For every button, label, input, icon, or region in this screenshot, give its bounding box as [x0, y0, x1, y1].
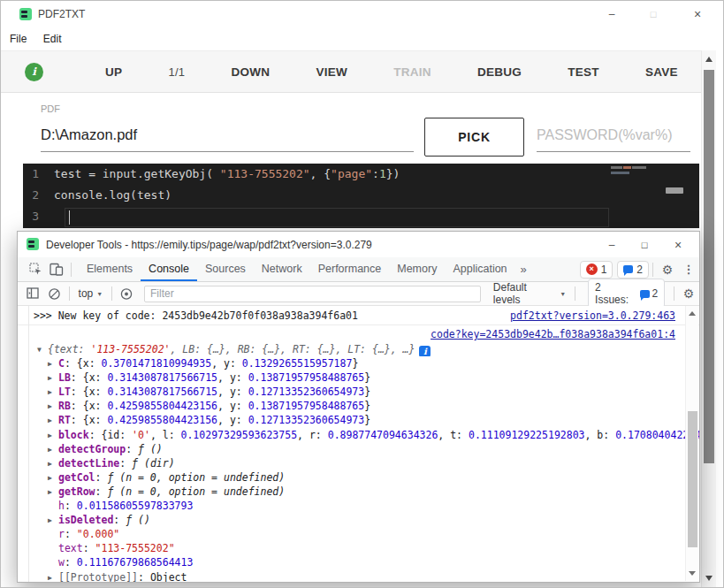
line-number: 3 — [23, 206, 54, 227]
console-tree-row-text[interactable]: text: "113-7555202" — [18, 541, 699, 555]
console-tree-row-lb[interactable]: ▶LB: {x: 0.3143087817566715, y: 0.138719… — [18, 370, 699, 385]
live-expression-eye-icon[interactable] — [116, 283, 137, 304]
pdf-path-input[interactable] — [41, 118, 414, 152]
console-tree-row-detectline[interactable]: ▶detectLine: ƒ (dir) — [18, 456, 699, 470]
pick-button[interactable]: PICK — [424, 118, 524, 157]
chevron-down-icon: ▼ — [96, 291, 103, 297]
chevron-down-icon: ▼ — [560, 291, 566, 297]
expand-arrow-icon[interactable]: ▶ — [48, 371, 58, 385]
tab-performance[interactable]: Performance — [310, 257, 390, 281]
expand-arrow-icon[interactable]: ▶ — [48, 485, 58, 499]
main-scrollbar-thumb[interactable] — [704, 70, 714, 463]
expand-arrow-icon[interactable]: ▶ — [48, 457, 58, 470]
toolbar-button-save[interactable]: SAVE — [645, 65, 678, 79]
code-editor[interactable]: 1test = input.getKeyObj( "113-7555202", … — [23, 164, 699, 228]
devtools-maximize-icon[interactable]: □ — [629, 232, 659, 258]
console-tree-row-h[interactable]: h: 0.01158605597833793 — [18, 499, 699, 513]
device-toolbar-icon[interactable] — [46, 259, 67, 280]
scroll-up-icon[interactable] — [705, 57, 713, 62]
console-tree-row-getcol[interactable]: ▶getCol: ƒ (n = 0, option = undefined) — [18, 470, 699, 485]
tab-application[interactable]: Application — [445, 257, 514, 281]
console-pane: >>> New key of code: 2453db9e42b70f0f038… — [18, 306, 699, 582]
error-badge[interactable]: × 1 — [580, 261, 613, 279]
console-tree-row-w[interactable]: w: 0.11167679868564413 — [18, 555, 699, 569]
console-tree-row-lt[interactable]: ▶LT: {x: 0.3143087817566715, y: 0.127133… — [18, 385, 699, 399]
collapse-arrow-icon[interactable]: ▼ — [37, 343, 48, 356]
toolbar-button-view[interactable]: VIEW — [316, 65, 347, 79]
maximize-icon[interactable]: □ — [638, 1, 668, 27]
scroll-up-icon[interactable] — [689, 311, 696, 316]
pdf-field-label: PDF — [41, 103, 60, 114]
scroll-down-icon[interactable] — [705, 576, 713, 581]
tab-console[interactable]: Console — [141, 257, 197, 281]
tab-network[interactable]: Network — [254, 257, 310, 281]
expand-arrow-icon[interactable]: ▶ — [48, 571, 58, 583]
toolbar-button-debug[interactable]: DEBUG — [477, 65, 522, 79]
property-key: getCol — [58, 471, 95, 484]
console-sidebar-icon[interactable] — [23, 283, 44, 304]
toolbar-button-test[interactable]: TEST — [568, 65, 599, 79]
message-bubble-icon — [623, 265, 633, 273]
minimap[interactable] — [611, 164, 699, 228]
console-object-preview-row[interactable]: ▼{text: '113-7555202', LB: {…}, RB: {…},… — [18, 342, 699, 356]
settings-gear-icon[interactable]: ⚙ — [657, 259, 678, 280]
minimize-icon[interactable]: – — [597, 1, 627, 27]
info-icon[interactable]: i — [25, 63, 43, 81]
main-scrollbar[interactable] — [701, 50, 716, 587]
toolbar-button-up[interactable]: UP — [105, 65, 122, 79]
console-scrollbar-thumb[interactable] — [688, 411, 697, 547]
inspect-element-icon[interactable] — [25, 259, 46, 280]
overflow-menu-icon[interactable]: ⋮ — [678, 259, 699, 280]
console-tree-row-c[interactable]: ▶C: {x: 0.3701471810994935, y: 0.1329265… — [18, 356, 699, 370]
console-scrollbar[interactable] — [685, 306, 698, 581]
divider — [71, 263, 72, 277]
tab-sources[interactable]: Sources — [197, 257, 254, 281]
devtools-title: Developer Tools - https://emily.tips/pag… — [46, 239, 372, 251]
property-key: LT — [58, 386, 71, 398]
app-logo-icon — [19, 8, 32, 20]
devtools-minimize-icon[interactable]: – — [597, 232, 627, 258]
source-link[interactable]: code?key=2453db9e42b…f038a938a394f6a01:4 — [431, 328, 675, 340]
expand-arrow-icon[interactable]: ▶ — [48, 471, 58, 485]
expand-arrow-icon[interactable]: ▶ — [48, 414, 58, 427]
scroll-down-icon[interactable] — [689, 571, 696, 576]
devtools-close-icon[interactable]: × — [663, 232, 693, 258]
console-tree-row-rb[interactable]: ▶RB: {x: 0.4259855804423156, y: 0.138719… — [18, 399, 699, 413]
console-tree-row-rt[interactable]: ▶RT: {x: 0.4259855804423156, y: 0.127133… — [18, 413, 699, 427]
menu-file[interactable]: File — [10, 33, 27, 45]
console-filter-input[interactable] — [144, 286, 481, 302]
expand-arrow-icon[interactable]: ▶ — [48, 386, 58, 399]
console-tree-row-detectgroup[interactable]: ▶detectGroup: ƒ () — [18, 442, 699, 456]
tab-memory[interactable]: Memory — [389, 257, 445, 281]
property-key: getRow — [58, 485, 95, 498]
toolbar-button-down[interactable]: DOWN — [231, 65, 270, 79]
console-tree-row-getrow[interactable]: ▶getRow: ƒ (n = 0, option = undefined) — [18, 485, 699, 499]
menu-edit[interactable]: Edit — [43, 33, 62, 45]
expand-arrow-icon[interactable]: ▶ — [48, 514, 58, 527]
log-levels-selector[interactable]: Default levels ▼ — [493, 281, 566, 306]
issues-badge[interactable]: 2 — [617, 261, 649, 279]
console-tree-row-block[interactable]: ▶block: {id: '0', l: 0.10297329593623755… — [18, 428, 699, 442]
console-settings-gear-icon[interactable]: ⚙ — [678, 283, 699, 304]
password-input[interactable] — [537, 118, 690, 152]
issues-counter[interactable]: 2 Issues: 2 — [588, 279, 665, 309]
minimap-slider[interactable] — [666, 187, 683, 194]
console-tree-row-prototype[interactable]: ▶[[Prototype]]: Object — [18, 570, 699, 583]
more-tabs-icon[interactable]: » — [515, 263, 532, 276]
close-icon[interactable]: × — [682, 1, 713, 27]
expand-arrow-icon[interactable]: ▶ — [48, 429, 58, 442]
clear-console-icon[interactable] — [44, 283, 65, 304]
console-tree-row-r[interactable]: r: "0.000" — [18, 527, 699, 541]
property-key: RT — [58, 414, 71, 426]
property-key: detectGroup — [58, 443, 126, 455]
tab-elements[interactable]: Elements — [79, 257, 141, 281]
source-link[interactable]: pdf2txt?version=3.0.279:463 — [510, 309, 675, 322]
expand-arrow-icon[interactable]: ▶ — [48, 357, 58, 370]
context-selector[interactable]: top ▼ — [73, 287, 109, 300]
expand-arrow-icon[interactable]: ▶ — [48, 443, 58, 456]
expand-arrow-icon[interactable]: ▶ — [48, 400, 58, 413]
property-key: text — [58, 542, 83, 554]
console-tree-row-isdeleted[interactable]: ▶isDeleted: ƒ () — [18, 513, 699, 527]
toolbar-button-train[interactable]: TRAIN — [393, 65, 431, 79]
info-icon[interactable]: i — [419, 346, 431, 356]
